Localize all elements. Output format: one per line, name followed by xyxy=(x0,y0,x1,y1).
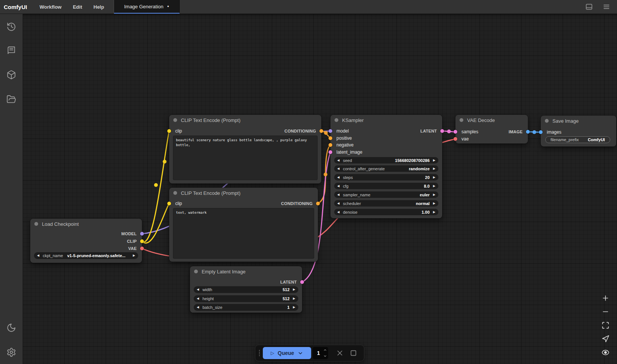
output-pin-latent[interactable] xyxy=(440,129,444,133)
output-pin-latent[interactable] xyxy=(300,280,304,284)
node-header[interactable]: VAE Decode xyxy=(455,115,528,125)
next-value-icon[interactable]: ▶ xyxy=(433,202,435,205)
widget-scheduler[interactable]: ◀ scheduler normal ▶ xyxy=(334,200,438,207)
output-pin-image[interactable] xyxy=(526,130,530,134)
widget-value[interactable]: 1.00 xyxy=(421,210,429,214)
prev-value-icon[interactable]: ◀ xyxy=(337,185,339,188)
node-clip-text-encode-negative[interactable]: CLIP Text Encode (Prompt) clip CONDITION… xyxy=(169,188,318,262)
settings-gear-icon[interactable] xyxy=(6,347,16,357)
prev-value-icon[interactable]: ◀ xyxy=(197,306,199,309)
node-header[interactable]: CLIP Text Encode (Prompt) xyxy=(169,188,318,198)
prev-value-icon[interactable]: ◀ xyxy=(337,167,339,170)
next-value-icon[interactable]: ▶ xyxy=(293,297,295,300)
input-pin-clip[interactable] xyxy=(167,202,171,205)
widget-value[interactable]: euler xyxy=(420,193,430,197)
stepper-down-icon[interactable] xyxy=(323,354,327,358)
next-value-icon[interactable]: ▶ xyxy=(433,159,435,162)
next-value-icon[interactable]: ▶ xyxy=(133,254,135,257)
fit-view-icon[interactable] xyxy=(602,321,609,329)
widget-value[interactable]: 156680208700286 xyxy=(395,158,430,163)
node-empty-latent-image[interactable]: Empty Latent Image LATENT ◀ width 512 ▶ … xyxy=(190,266,302,313)
theme-toggle-moon-icon[interactable] xyxy=(6,323,16,333)
input-pin-model[interactable] xyxy=(329,129,332,133)
app-logo[interactable]: ComfyUI xyxy=(0,0,34,14)
prev-value-icon[interactable]: ◀ xyxy=(337,176,339,179)
widget-value[interactable]: 1 xyxy=(287,305,290,310)
prev-value-icon[interactable]: ◀ xyxy=(337,193,339,196)
widget-value[interactable]: 20 xyxy=(425,175,430,180)
hamburger-menu-icon[interactable] xyxy=(603,3,610,11)
widget-value[interactable]: randomize xyxy=(409,167,430,171)
input-pin-samples[interactable] xyxy=(453,130,457,134)
widget-value[interactable]: ComfyUI xyxy=(588,137,605,142)
prev-value-icon[interactable]: ◀ xyxy=(197,297,199,300)
prev-value-icon[interactable]: ◀ xyxy=(37,254,39,257)
menu-workflow[interactable]: Workflow xyxy=(34,0,67,14)
zoom-in-icon[interactable] xyxy=(602,294,609,302)
node-ksampler[interactable]: KSampler model positive negative latent_… xyxy=(330,115,442,218)
prompt-textarea[interactable]: text, watermark xyxy=(173,208,314,259)
widget-value[interactable]: 8.0 xyxy=(424,184,430,188)
next-value-icon[interactable]: ▶ xyxy=(433,211,435,214)
output-pin-clip[interactable] xyxy=(140,239,144,243)
widget-value[interactable]: normal xyxy=(416,201,430,206)
prev-value-icon[interactable]: ◀ xyxy=(337,211,339,214)
prompt-textarea[interactable]: beautiful scenery nature glass bottle la… xyxy=(173,136,318,180)
output-pin-vae[interactable] xyxy=(140,247,144,250)
widget-ckpt-name[interactable]: ◀ ckpt_name v1-5-pruned-emaonly.safete..… xyxy=(34,252,138,259)
input-pin-positive[interactable] xyxy=(329,136,332,140)
prev-value-icon[interactable]: ◀ xyxy=(197,288,199,291)
output-pin-model[interactable] xyxy=(140,232,144,236)
clear-queue-icon[interactable] xyxy=(336,349,344,357)
widget-height[interactable]: ◀ height 512 ▶ xyxy=(194,295,298,302)
select-mode-icon[interactable] xyxy=(602,335,609,343)
widget-filename-prefix[interactable]: filename_prefix ComfyUI xyxy=(545,136,610,143)
next-value-icon[interactable]: ▶ xyxy=(433,193,435,196)
tab-image-generation[interactable]: Image Generation ● xyxy=(114,0,180,14)
node-canvas[interactable] xyxy=(23,14,617,364)
zoom-out-icon[interactable] xyxy=(602,308,609,316)
node-library-icon[interactable] xyxy=(6,46,16,56)
node-header[interactable]: Save Image xyxy=(541,116,616,126)
widget-denoise[interactable]: ◀ denoise 1.00 ▶ xyxy=(334,209,438,215)
toggle-link-visibility-eye-icon[interactable] xyxy=(602,349,609,356)
input-pin-latent-image[interactable] xyxy=(329,150,332,154)
prev-value-icon[interactable]: ◀ xyxy=(337,202,339,205)
workflows-folder-icon[interactable] xyxy=(6,94,16,104)
workflow-history-icon[interactable] xyxy=(6,22,16,32)
stop-icon[interactable] xyxy=(349,349,358,357)
node-clip-text-encode-positive[interactable]: CLIP Text Encode (Prompt) clip CONDITION… xyxy=(169,115,321,184)
widget-sampler-name[interactable]: ◀ sampler_name euler ▶ xyxy=(334,191,438,198)
menu-help[interactable]: Help xyxy=(88,0,110,14)
node-header[interactable]: CLIP Text Encode (Prompt) xyxy=(169,115,321,125)
widget-steps[interactable]: ◀ steps 20 ▶ xyxy=(334,174,438,180)
chevron-down-icon[interactable] xyxy=(298,350,303,356)
widget-batch-size[interactable]: ◀ batch_size 1 ▶ xyxy=(194,304,298,311)
node-header[interactable]: Empty Latent Image xyxy=(190,266,302,277)
widget-control-after-generate[interactable]: ◀ control_after_generate randomize ▶ xyxy=(334,165,438,172)
input-pin-images[interactable] xyxy=(539,130,543,134)
next-value-icon[interactable]: ▶ xyxy=(433,185,435,188)
node-header[interactable]: Load Checkpoint xyxy=(30,219,142,229)
widget-value[interactable]: v1-5-pruned-emaonly.safete... xyxy=(67,253,130,258)
widget-value[interactable]: 512 xyxy=(282,296,289,301)
input-pin-negative[interactable] xyxy=(329,143,332,147)
output-pin-conditioning[interactable] xyxy=(319,129,323,133)
prev-value-icon[interactable]: ◀ xyxy=(337,159,339,162)
widget-cfg[interactable]: ◀ cfg 8.0 ▶ xyxy=(334,183,438,189)
widget-value[interactable]: 512 xyxy=(282,287,289,292)
menu-edit[interactable]: Edit xyxy=(67,0,88,14)
node-vae-decode[interactable]: VAE Decode samples vae IMAGE xyxy=(455,115,528,143)
input-pin-clip[interactable] xyxy=(167,129,171,133)
output-pin-conditioning[interactable] xyxy=(316,202,320,205)
next-value-icon[interactable]: ▶ xyxy=(433,176,435,179)
next-value-icon[interactable]: ▶ xyxy=(293,288,295,291)
batch-count-input[interactable]: 1 xyxy=(313,347,328,359)
model-library-icon[interactable] xyxy=(6,70,16,80)
node-header[interactable]: KSampler xyxy=(330,115,442,125)
node-load-checkpoint[interactable]: Load Checkpoint MODEL CLIP VAE ◀ ckpt_na… xyxy=(30,219,142,263)
input-pin-vae[interactable] xyxy=(453,137,457,141)
widget-width[interactable]: ◀ width 512 ▶ xyxy=(194,286,298,293)
queue-button[interactable]: ▷ Queue xyxy=(263,347,311,359)
bottom-panel-icon[interactable] xyxy=(585,3,593,11)
